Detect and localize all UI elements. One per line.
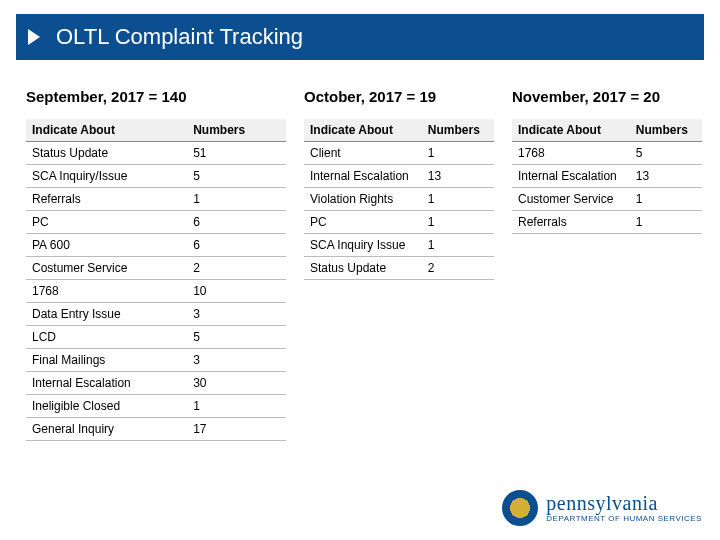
table-row: General Inquiry17: [26, 418, 286, 441]
page-title: OLTL Complaint Tracking: [56, 24, 303, 50]
cell-about: SCA Inquiry Issue: [304, 234, 422, 257]
cell-about: Internal Escalation: [304, 165, 422, 188]
logo-dept: DEPARTMENT OF HUMAN SERVICES: [546, 515, 702, 523]
table-row: PC1: [304, 211, 494, 234]
table-row: SCA Inquiry/Issue5: [26, 165, 286, 188]
cell-about: Final Mailings: [26, 349, 187, 372]
table-row: Referrals1: [512, 211, 702, 234]
table-row: Internal Escalation30: [26, 372, 286, 395]
cell-number: 1: [187, 188, 286, 211]
cell-number: 10: [187, 280, 286, 303]
cell-number: 5: [187, 326, 286, 349]
cell-about: Internal Escalation: [26, 372, 187, 395]
october-column: October, 2017 = 19 Indicate About Number…: [304, 88, 494, 441]
cell-number: 6: [187, 234, 286, 257]
table-row: LCD5: [26, 326, 286, 349]
table-row: Final Mailings3: [26, 349, 286, 372]
th-about: Indicate About: [512, 119, 630, 142]
november-column: November, 2017 = 20 Indicate About Numbe…: [512, 88, 702, 441]
month-label-sep: September, 2017 = 140: [26, 88, 286, 105]
table-row: 17685: [512, 142, 702, 165]
cell-about: PA 600: [26, 234, 187, 257]
cell-number: 1: [422, 211, 494, 234]
logo-wordmark: pennsylvania DEPARTMENT OF HUMAN SERVICE…: [546, 493, 702, 523]
th-about: Indicate About: [26, 119, 187, 142]
cell-number: 17: [187, 418, 286, 441]
cell-about: PC: [304, 211, 422, 234]
table-row: Customer Service1: [512, 188, 702, 211]
table-row: Costumer Service2: [26, 257, 286, 280]
tbody-oct: Client1Internal Escalation13Violation Ri…: [304, 142, 494, 280]
cell-about: General Inquiry: [26, 418, 187, 441]
table-row: Ineligible Closed1: [26, 395, 286, 418]
table-row: Status Update51: [26, 142, 286, 165]
table-row: Internal Escalation13: [304, 165, 494, 188]
th-about: Indicate About: [304, 119, 422, 142]
cell-number: 1: [630, 188, 702, 211]
cell-number: 1: [630, 211, 702, 234]
cell-about: 1768: [26, 280, 187, 303]
table-oct: Indicate About Numbers Client1Internal E…: [304, 119, 494, 280]
table-nov: Indicate About Numbers 17685Internal Esc…: [512, 119, 702, 234]
tbody-nov: 17685Internal Escalation13Customer Servi…: [512, 142, 702, 234]
cell-about: Status Update: [304, 257, 422, 280]
cell-about: Data Entry Issue: [26, 303, 187, 326]
tbody-sep: Status Update51SCA Inquiry/Issue5Referra…: [26, 142, 286, 441]
content-columns: September, 2017 = 140 Indicate About Num…: [0, 60, 720, 441]
page-title-bar: OLTL Complaint Tracking: [16, 14, 704, 60]
table-row: Status Update2: [304, 257, 494, 280]
cell-about: Internal Escalation: [512, 165, 630, 188]
cell-about: SCA Inquiry/Issue: [26, 165, 187, 188]
cell-number: 3: [187, 303, 286, 326]
logo-state: pennsylvania: [546, 493, 702, 513]
cell-about: Client: [304, 142, 422, 165]
table-row: Client1: [304, 142, 494, 165]
table-row: 176810: [26, 280, 286, 303]
month-label-oct: October, 2017 = 19: [304, 88, 494, 105]
cell-about: 1768: [512, 142, 630, 165]
cell-number: 13: [630, 165, 702, 188]
th-numbers: Numbers: [630, 119, 702, 142]
table-row: Violation Rights1: [304, 188, 494, 211]
cell-about: Referrals: [26, 188, 187, 211]
table-row: PA 6006: [26, 234, 286, 257]
cell-number: 1: [422, 234, 494, 257]
cell-number: 13: [422, 165, 494, 188]
table-row: SCA Inquiry Issue1: [304, 234, 494, 257]
cell-number: 30: [187, 372, 286, 395]
table-sep: Indicate About Numbers Status Update51SC…: [26, 119, 286, 441]
cell-about: Costumer Service: [26, 257, 187, 280]
logo: pennsylvania DEPARTMENT OF HUMAN SERVICE…: [502, 490, 702, 526]
cell-about: Status Update: [26, 142, 187, 165]
chevron-right-icon: [28, 29, 40, 45]
cell-about: Ineligible Closed: [26, 395, 187, 418]
cell-about: LCD: [26, 326, 187, 349]
cell-number: 1: [422, 142, 494, 165]
cell-number: 6: [187, 211, 286, 234]
table-row: Referrals1: [26, 188, 286, 211]
cell-number: 3: [187, 349, 286, 372]
cell-about: Referrals: [512, 211, 630, 234]
cell-about: Customer Service: [512, 188, 630, 211]
table-row: Data Entry Issue3: [26, 303, 286, 326]
cell-number: 5: [630, 142, 702, 165]
cell-number: 1: [422, 188, 494, 211]
cell-number: 5: [187, 165, 286, 188]
september-column: September, 2017 = 140 Indicate About Num…: [26, 88, 286, 441]
cell-number: 2: [422, 257, 494, 280]
th-numbers: Numbers: [187, 119, 286, 142]
th-numbers: Numbers: [422, 119, 494, 142]
cell-number: 2: [187, 257, 286, 280]
state-seal-icon: [502, 490, 538, 526]
cell-about: Violation Rights: [304, 188, 422, 211]
cell-number: 51: [187, 142, 286, 165]
cell-number: 1: [187, 395, 286, 418]
table-row: PC6: [26, 211, 286, 234]
cell-about: PC: [26, 211, 187, 234]
month-label-nov: November, 2017 = 20: [512, 88, 702, 105]
table-row: Internal Escalation13: [512, 165, 702, 188]
